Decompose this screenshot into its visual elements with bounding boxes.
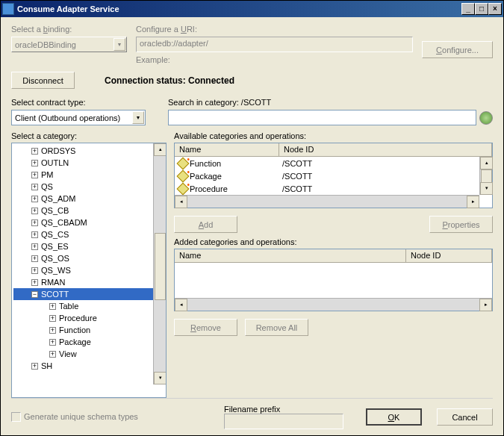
binding-dropdown: oracleDBBinding ▼ <box>11 37 127 52</box>
uri-value: oracledb://adapter/ <box>140 39 208 48</box>
tree-label: SCOTT <box>41 290 69 299</box>
tree-item-scott[interactable]: −SCOTT <box>13 288 164 300</box>
tree-label: SH <box>41 361 52 370</box>
tree-label: QS_CBADM <box>41 218 87 227</box>
uri-label: Configure a URI: <box>136 25 413 34</box>
example-label: Example: <box>136 55 413 64</box>
chevron-down-icon[interactable]: ▼ <box>132 111 144 124</box>
tree-item-package[interactable]: +Package <box>13 336 164 348</box>
maximize-button[interactable]: □ <box>475 3 488 15</box>
tree-item-rman[interactable]: +RMAN <box>13 276 164 288</box>
app-icon <box>2 3 14 15</box>
tree-label: View <box>59 349 77 358</box>
tree-scrollbar-v[interactable]: ▴ ▾ <box>153 143 166 384</box>
tree-label: QS_CS <box>41 230 69 239</box>
available-scrollbar-v[interactable]: ▴ ▾ <box>479 157 492 195</box>
tree-item-qs[interactable]: +QS <box>13 181 164 193</box>
tree-label: Procedure <box>59 314 97 323</box>
added-scrollbar-h[interactable]: ◂▸ <box>175 298 492 311</box>
properties-button[interactable]: Properties <box>429 216 493 233</box>
row-node: /SCOTT <box>282 172 312 181</box>
tree-item-ordsys[interactable]: +ORDSYS <box>13 145 164 157</box>
list-item[interactable]: Procedure/SCOTT <box>175 182 492 195</box>
expand-icon[interactable]: + <box>31 160 38 166</box>
category-icon <box>178 158 188 169</box>
available-list[interactable]: Name Node ID Function/SCOTTPackage/SCOTT… <box>174 143 493 208</box>
tree-item-outln[interactable]: +OUTLN <box>13 157 164 169</box>
expand-icon[interactable]: + <box>49 303 56 310</box>
titlebar: Consume Adapter Service _ □ × <box>1 1 503 17</box>
available-scrollbar-h[interactable]: ◂▸ <box>175 195 479 208</box>
expand-icon[interactable]: + <box>31 148 38 155</box>
expand-icon[interactable]: + <box>31 243 38 250</box>
expand-icon[interactable]: + <box>31 196 38 202</box>
expand-icon[interactable]: + <box>49 339 56 346</box>
expand-icon[interactable]: + <box>31 219 38 226</box>
category-tree[interactable]: +ORDSYS+OUTLN+PM+QS+QS_ADM+QS_CB+QS_CBAD… <box>11 143 167 398</box>
configure-button[interactable]: Configure... <box>422 41 493 58</box>
tree-item-qs_ws[interactable]: +QS_WS <box>13 264 164 276</box>
expand-icon[interactable]: + <box>31 208 38 214</box>
expand-icon[interactable]: + <box>49 327 56 334</box>
close-button[interactable]: × <box>488 3 502 15</box>
tree-item-qs_cbadm[interactable]: +QS_CBADM <box>13 217 164 228</box>
remove-button[interactable]: Remove <box>174 319 237 336</box>
chevron-down-icon: ▼ <box>113 38 125 51</box>
list-item[interactable]: Package/SCOTT <box>175 169 492 182</box>
available-col-node[interactable]: Node ID <box>279 143 492 156</box>
minimize-button[interactable]: _ <box>461 3 475 15</box>
generate-schema-checkbox[interactable]: Generate unique schema types <box>11 412 138 423</box>
expand-icon[interactable]: + <box>31 279 38 286</box>
tree-label: Package <box>59 337 91 346</box>
tree-item-procedure[interactable]: +Procedure <box>13 312 164 324</box>
ok-button[interactable]: OK <box>366 408 422 426</box>
tree-item-sh[interactable]: +SH <box>13 360 164 372</box>
list-item[interactable]: Function/SCOTT <box>175 157 492 169</box>
prefix-input[interactable] <box>224 414 343 429</box>
expand-icon[interactable]: + <box>31 184 38 190</box>
expand-icon[interactable]: + <box>49 315 56 322</box>
row-name: Function <box>190 159 282 168</box>
expand-icon[interactable]: + <box>31 255 38 262</box>
binding-label: Select a binding: <box>11 25 127 34</box>
tree-label: QS_CB <box>41 206 69 215</box>
available-col-name[interactable]: Name <box>175 143 279 156</box>
contract-label: Select contract type: <box>11 98 146 107</box>
available-label: Available categories and operations: <box>174 131 493 140</box>
disconnect-button[interactable]: Disconnect <box>11 72 75 89</box>
tree-label: QS_ES <box>41 242 69 251</box>
row-name: Procedure <box>190 184 282 193</box>
contract-dropdown[interactable]: Client (Outbound operations) ▼ <box>11 110 146 125</box>
added-list[interactable]: Name Node ID ◂▸ <box>174 249 493 311</box>
tree-label: ORDSYS <box>41 146 75 155</box>
tree-label: OUTLN <box>41 158 69 167</box>
cancel-button[interactable]: Cancel <box>437 408 493 426</box>
tree-label: QS <box>41 182 53 191</box>
tree-item-pm[interactable]: +PM <box>13 169 164 181</box>
expand-icon[interactable]: + <box>49 351 56 358</box>
tree-item-qs_cs[interactable]: +QS_CS <box>13 228 164 240</box>
expand-icon[interactable]: + <box>31 363 38 370</box>
search-input[interactable] <box>168 110 476 125</box>
tree-label: QS_OS <box>41 254 69 263</box>
tree-item-function[interactable]: +Function <box>13 324 164 336</box>
added-col-node[interactable]: Node ID <box>406 249 492 262</box>
window-title: Consume Adapter Service <box>17 4 461 13</box>
tree-item-qs_os[interactable]: +QS_OS <box>13 252 164 264</box>
added-label: Added categories and operations: <box>174 237 493 246</box>
tree-item-qs_adm[interactable]: +QS_ADM <box>13 193 164 205</box>
tree-item-table[interactable]: +Table <box>13 300 164 312</box>
expand-icon[interactable]: + <box>31 267 38 274</box>
tree-label: QS_WS <box>41 266 71 275</box>
tree-label: Function <box>59 326 90 334</box>
tree-item-view[interactable]: +View <box>13 348 164 360</box>
expand-icon[interactable]: − <box>31 291 38 298</box>
added-col-name[interactable]: Name <box>175 249 406 262</box>
search-go-button[interactable] <box>479 111 493 125</box>
add-button[interactable]: Add <box>174 216 237 233</box>
remove-all-button[interactable]: Remove All <box>245 319 308 336</box>
tree-item-qs_es[interactable]: +QS_ES <box>13 240 164 252</box>
tree-item-qs_cb[interactable]: +QS_CB <box>13 205 164 217</box>
expand-icon[interactable]: + <box>31 172 38 178</box>
expand-icon[interactable]: + <box>31 231 38 238</box>
